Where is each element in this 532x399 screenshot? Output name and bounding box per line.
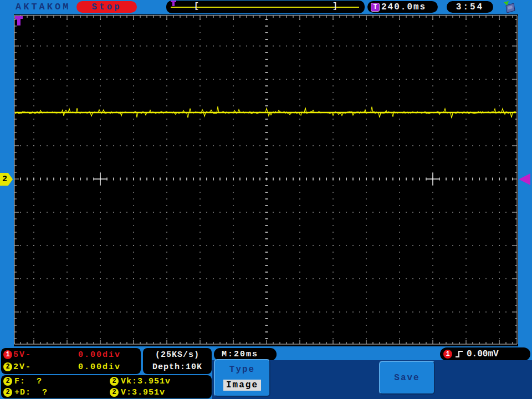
timebase-value: M:20ms	[222, 350, 258, 359]
meas-v-text: V:3.951v	[121, 388, 165, 397]
measurement-v: 2 V:3.951v	[108, 388, 165, 397]
ch2-position: 0.00div	[78, 362, 141, 372]
ch2-scale: 2V-	[13, 362, 32, 372]
measurement-freq: 2 F: ?	[1, 377, 108, 386]
meas-duty-text: +D: ?	[14, 388, 48, 397]
window-bracket-left: [	[194, 2, 199, 12]
trigger-position-bar[interactable]: [ ]	[166, 1, 365, 13]
graticule-grid-and-trace	[14, 14, 518, 346]
meas-ch-badge: 2	[110, 388, 119, 397]
type-selected-value[interactable]: Image	[223, 380, 261, 391]
acquisition-status-badge: Stop	[76, 1, 137, 13]
measurement-duty: 2 +D: ?	[1, 388, 108, 397]
channel-readout-box: 1 5V- 0.00div 2 2V- 0.00div	[1, 348, 141, 374]
type-menu-label: Type	[229, 365, 255, 375]
ch1-position: 0.00div	[78, 350, 141, 360]
save-button[interactable]: Save	[379, 361, 435, 395]
ch2-readout-row: 2 2V- 0.00div	[1, 361, 141, 373]
meas-ch-badge: 2	[3, 388, 12, 397]
window-bracket-right: ]	[332, 2, 337, 12]
trigger-delay-readout: T 240.0ms	[367, 1, 438, 13]
type-menu-button[interactable]: Type Image	[214, 359, 270, 397]
sample-rate: (25KS/s)	[155, 350, 200, 360]
brand-logo: AKTAKOM	[16, 2, 70, 12]
measurement-row: 2 +D: ? 2 V:3.951v	[1, 387, 212, 398]
trigger-delay-value: 240.0ms	[381, 2, 426, 12]
measurement-row: 2 F: ? 2 Vk:3.951v	[1, 376, 212, 387]
graticule	[14, 14, 518, 346]
trigger-position-marker-icon[interactable]	[171, 1, 176, 6]
ch2-badge: 2	[3, 362, 12, 371]
meas-vk-text: Vk:3.951v	[121, 377, 171, 386]
ch1-readout-row: 1 5V- 0.00div	[1, 349, 141, 361]
ch2-marker-label: 2	[2, 175, 7, 184]
memory-depth: Depth:10K	[152, 362, 202, 372]
measurement-box: 2 F: ? 2 Vk:3.951v 2 +D: ? 2 V:3.951v	[1, 375, 212, 398]
clock-readout: 3:54	[447, 1, 493, 13]
measurement-vk: 2 Vk:3.951v	[108, 377, 171, 386]
clock-value: 3:54	[456, 2, 484, 12]
meas-ch-badge: 2	[110, 377, 119, 386]
trigger-t-icon: T	[371, 3, 380, 12]
meas-ch-badge: 2	[3, 377, 12, 386]
usb-disk-icon	[502, 1, 516, 14]
rising-edge-icon	[454, 349, 466, 359]
save-button-label: Save	[394, 373, 420, 383]
trigger-horizontal-position-icon[interactable]	[15, 16, 24, 27]
acquisition-status-label: Stop	[91, 2, 121, 12]
acquisition-info-box: (25KS/s) Depth:10K	[143, 348, 212, 374]
meas-freq-text: F: ?	[14, 377, 42, 386]
trigger-level-value: 0.00mV	[467, 349, 499, 359]
ch2-ground-level-marker[interactable]: 2	[0, 173, 13, 186]
oscilloscope-screen: AKTAKOM Stop [ ] T 240.0ms 3:54 2 1 5V	[0, 0, 532, 399]
trigger-source-badge: 1	[443, 350, 452, 359]
ch1-badge: 1	[3, 350, 12, 359]
ch1-scale: 5V-	[13, 350, 32, 360]
trigger-level-arrow-icon[interactable]	[519, 173, 530, 185]
trigger-level-readout: 1 0.00mV	[440, 347, 530, 361]
